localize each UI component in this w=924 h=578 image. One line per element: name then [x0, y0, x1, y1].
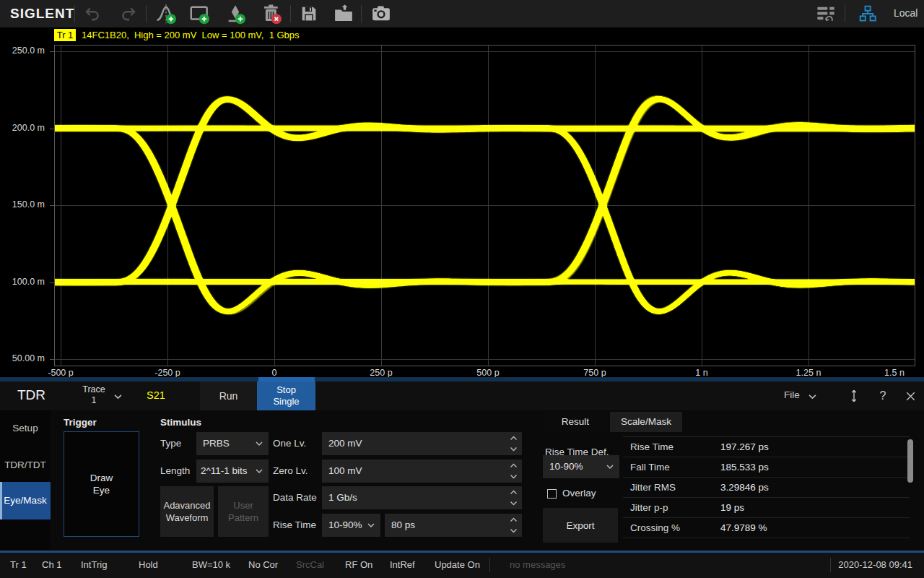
open-file-button[interactable] [332, 3, 355, 25]
spinner-down-icon[interactable] [510, 447, 518, 452]
toolbar-separator [845, 5, 845, 22]
save-icon [299, 4, 319, 24]
status-channel: Ch 1 [42, 559, 61, 570]
trace-badge[interactable]: Tr 1 [54, 29, 76, 41]
tab-setup[interactable]: Setup [0, 423, 51, 434]
data-rate-label: Data Rate [273, 486, 317, 509]
data-rate-spinner[interactable]: 1 Gb/s [322, 486, 522, 509]
data-rate-value: 1 Gb/s [328, 492, 357, 503]
redo-icon [119, 4, 138, 23]
redo-button[interactable] [117, 3, 140, 25]
draw-eye-button[interactable]: Draw Eye [64, 431, 139, 537]
x-axis-tick-label: 0 [248, 368, 301, 378]
lan-status-button[interactable] [856, 3, 879, 25]
scrollbar-thumb[interactable] [907, 439, 913, 483]
result-rise-time-def-dropdown[interactable]: 10-90% [543, 455, 619, 478]
x-axis-tick-label: 500 p [461, 368, 515, 378]
result-value: 47.9789 % [720, 522, 767, 533]
result-value: 3.29846 ps [720, 482, 769, 493]
spinner-down-icon[interactable] [510, 474, 518, 479]
top-toolbar: SIGLENT [0, 0, 924, 27]
length-dropdown[interactable]: 2^11-1 bits [196, 460, 269, 483]
type-dropdown[interactable]: PRBS [196, 432, 269, 455]
spinner-up-icon[interactable] [510, 436, 518, 441]
toolbar-separator [290, 5, 291, 22]
x-axis-tick-label: 1 n [675, 368, 728, 378]
status-datetime: 2020-12-08 09:41 [838, 559, 912, 570]
x-axis-tick-label: -250 p [141, 368, 194, 378]
table-row: Jitter p-p 19 ps [623, 498, 910, 518]
stop-single-button[interactable]: Stop Single [257, 381, 315, 410]
local-remote-indicator[interactable]: Local [894, 7, 918, 19]
chevron-down-icon [808, 394, 816, 400]
status-message: no messages [510, 559, 565, 570]
length-value: 2^11-1 bits [201, 465, 248, 476]
one-level-value: 200 mV [328, 438, 362, 449]
trace-select-dropdown[interactable]: Trace 1 [72, 381, 130, 410]
toolbar-separator [361, 5, 362, 22]
spinner-up-icon[interactable] [510, 490, 518, 495]
tab-eye-mask-label: Eye/Mask [4, 495, 46, 506]
y-axis-tick-label: 200.0 m [0, 123, 45, 133]
resize-vertical-icon [850, 389, 858, 403]
expand-collapse-button[interactable] [843, 381, 865, 410]
spinner-down-icon[interactable] [510, 528, 518, 533]
rise-time-spinner[interactable]: 80 ps [385, 514, 522, 537]
result-label: Fall Time [630, 462, 670, 473]
zero-level-label: Zero Lv. [273, 460, 308, 483]
tab-scale-mask[interactable]: Scale/Mask [610, 412, 682, 432]
help-button[interactable]: ? [872, 381, 894, 410]
result-rise-time-def-value: 10-90% [549, 461, 583, 472]
one-level-spinner[interactable]: 200 mV [322, 432, 522, 455]
spinner-up-icon[interactable] [510, 463, 518, 468]
y-axis-tick-label: 250.0 m [0, 46, 45, 56]
status-reference: IntRef [390, 559, 415, 570]
y-axis-tick-label: 50.00 m [0, 353, 45, 363]
file-menu[interactable]: File [784, 381, 824, 410]
screenshot-button[interactable] [370, 3, 393, 25]
status-trace: Tr 1 [10, 559, 27, 570]
status-rf: RF On [345, 559, 372, 570]
zero-level-value: 100 mV [328, 465, 362, 476]
rise-time-def-dropdown[interactable]: 10-90% [322, 514, 380, 537]
result-label: Crossing % [630, 522, 680, 533]
tab-tdr-tdt[interactable]: TDR/TDT [0, 460, 51, 470]
trace-info-row: Tr 1 14FC1B20, High = 200 mV Low = 100 m… [0, 27, 924, 43]
y-axis-tick-label: 100.0 m [0, 277, 45, 287]
lan-icon [858, 4, 877, 23]
stimulus-group-title: Stimulus [160, 417, 201, 428]
results-scrollbar[interactable] [907, 438, 913, 545]
status-bar: Tr 1 Ch 1 IntTrig Hold BW=10 k No Cor Sr… [0, 553, 924, 578]
delete-all-button[interactable] [260, 3, 283, 25]
trace-select-label: Trace [72, 384, 116, 394]
trace-select-value: 1 [72, 395, 116, 405]
close-panel-button[interactable] [899, 381, 921, 410]
display-sync-button[interactable] [814, 3, 837, 25]
run-stop-group: Run Stop Single [200, 381, 315, 410]
advanced-waveform-button[interactable]: Adavanced Waveform [160, 486, 214, 537]
siglent-vna-screen: SIGLENT [0, 0, 924, 578]
undo-button[interactable] [81, 3, 104, 25]
result-value: 185.533 ps [720, 462, 769, 473]
user-pattern-button[interactable]: User Pattern [218, 486, 269, 537]
eye-diagram-plot: 250.0 m200.0 m150.0 m100.0 m50.00 m-500 … [0, 43, 924, 377]
s-parameter-indicator[interactable]: S21 [147, 389, 165, 401]
tab-result[interactable]: Result [543, 412, 608, 432]
export-button[interactable]: Export [543, 508, 618, 543]
spinner-down-icon[interactable] [510, 501, 518, 506]
save-button[interactable] [297, 3, 321, 25]
spinner-up-icon[interactable] [510, 517, 518, 522]
tab-eye-mask[interactable]: Eye/Mask [0, 482, 51, 519]
zero-level-spinner[interactable]: 100 mV [322, 460, 522, 483]
chevron-down-icon [606, 465, 614, 470]
add-marker-button[interactable] [224, 3, 247, 25]
x-axis-tick-label: -500 p [34, 368, 87, 378]
trigger-group-title: Trigger [64, 417, 97, 428]
add-window-button[interactable] [188, 3, 211, 25]
run-button[interactable]: Run [200, 381, 257, 410]
rise-time-def-value: 10-90% [328, 519, 362, 530]
overlay-checkbox[interactable] [547, 489, 557, 499]
table-row: Fall Time 185.533 ps [623, 457, 910, 478]
add-trace-button[interactable] [154, 3, 178, 25]
panel-title: TDR [17, 387, 45, 403]
